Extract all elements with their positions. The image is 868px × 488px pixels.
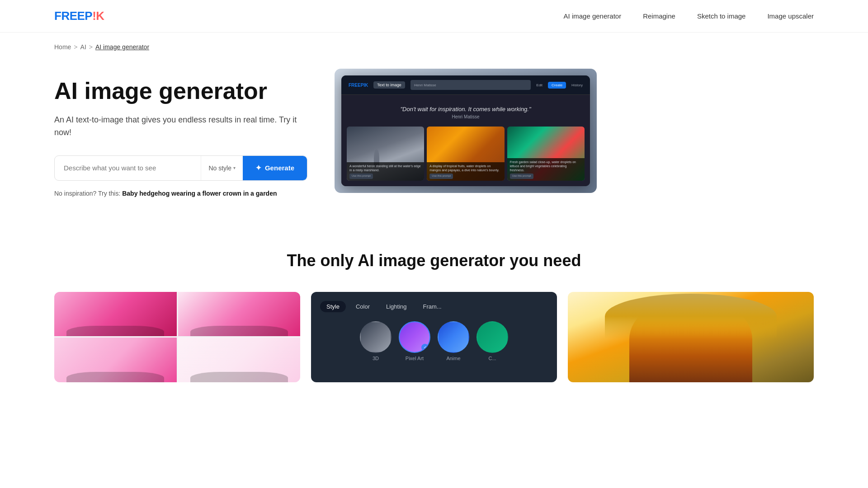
ss-quote-text: "Don't wait for inspiration. It comes wh…	[350, 106, 581, 113]
inspiration-prompt[interactable]: Baby hedgehog wearing a flower crown in …	[122, 190, 277, 197]
features-grid: Style Color Lighting Fram... 3D ✓ Pixel …	[54, 292, 814, 382]
use-prompt-1[interactable]: Use this prompt	[349, 174, 373, 179]
car-cell-3	[54, 338, 177, 382]
ss-card-fruits-label: A display of tropical fruits, water drop…	[427, 162, 504, 181]
check-icon: ✓	[421, 344, 429, 351]
ss-toolbar: FREEPIK Text to image Henri Matisse Edit…	[341, 75, 590, 95]
screenshot-frame: FREEPIK Text to image Henri Matisse Edit…	[341, 75, 590, 186]
breadcrumb-sep2: >	[89, 43, 93, 51]
nav-sketch-to-image[interactable]: Sketch to image	[697, 12, 746, 20]
car-cell-4	[178, 338, 301, 382]
search-bar: No style ▾ ✦ Generate	[54, 155, 307, 181]
avatar-3d-circle[interactable]	[360, 321, 392, 353]
hero-subtitle: An AI text-to-image that gives you endle…	[54, 114, 307, 139]
feature-card-portrait	[568, 292, 814, 382]
ss-create-btn[interactable]: Create	[548, 82, 566, 89]
breadcrumb-ai[interactable]: AI	[80, 43, 86, 51]
nav-reimagine[interactable]: Reimagine	[643, 12, 675, 20]
hero-section: AI image generator An AI text-to-image t…	[0, 51, 868, 224]
search-input[interactable]	[55, 164, 201, 172]
features-section: The only AI image generator you need Sty…	[0, 251, 868, 409]
style-label: No style	[208, 164, 231, 172]
style-tabs: Style Color Lighting Fram...	[320, 301, 448, 312]
sparkle-icon: ✦	[255, 164, 261, 172]
generate-button[interactable]: ✦ Generate	[243, 156, 307, 180]
ss-history: History	[571, 83, 583, 87]
avatar-3d: 3D	[360, 321, 392, 361]
ss-edit: Edit	[536, 83, 542, 87]
style-tab-color[interactable]: Color	[349, 301, 376, 312]
inspiration-text: No inspiration? Try this: Baby hedgehog …	[54, 190, 307, 197]
nav-ai-image-generator[interactable]: AI image generator	[564, 12, 622, 20]
ss-search: Henri Matisse	[410, 80, 531, 90]
ss-logo: FREEPIK	[349, 83, 368, 88]
ss-search-text: Henri Matisse	[414, 83, 436, 87]
car-cell-1	[54, 292, 177, 337]
chevron-down-icon: ▾	[233, 165, 236, 170]
page-title: AI image generator	[54, 78, 307, 105]
car-shape-4	[190, 372, 288, 382]
ss-quote-author: Henri Matisse	[350, 114, 581, 119]
style-avatars: 3D ✓ Pixel Art Anime C...	[320, 321, 548, 361]
car-shape-1	[66, 326, 164, 336]
main-nav: AI image generator Reimagine Sketch to i…	[564, 12, 814, 20]
style-dropdown[interactable]: No style ▾	[201, 156, 243, 180]
header: FREEP!K AI image generator Reimagine Ske…	[0, 0, 868, 33]
avatar-extra-circle[interactable]	[476, 321, 508, 353]
avatar-3d-label: 3D	[373, 356, 379, 361]
avatar-pixel-label: Pixel Art	[406, 356, 424, 361]
avatar-anime-label: Anime	[446, 356, 460, 361]
car-cell-2	[178, 292, 301, 337]
avatar-extra-label: C...	[488, 356, 496, 361]
ss-tab-text: Text to image	[373, 81, 405, 89]
breadcrumb-home[interactable]: Home	[54, 43, 71, 51]
avatar-pixel-art: ✓ Pixel Art	[399, 321, 430, 361]
generate-label: Generate	[265, 164, 294, 172]
portrait-hair	[605, 294, 777, 339]
logo[interactable]: FREEP!K	[54, 9, 104, 23]
hero-left: AI image generator An AI text-to-image t…	[54, 69, 307, 197]
ss-card-salad-label: Fresh garden salad close-up, water dropl…	[507, 158, 585, 181]
ss-quote: "Don't wait for inspiration. It comes wh…	[341, 95, 590, 127]
style-tab-style[interactable]: Style	[320, 301, 346, 312]
feature-card-style: Style Color Lighting Fram... 3D ✓ Pixel …	[311, 292, 557, 382]
feature-card-cars	[54, 292, 300, 382]
avatar-anime: Anime	[438, 321, 469, 361]
breadcrumb-sep1: >	[74, 43, 77, 51]
ss-card-heron-label: A wonderful heron standing still at the …	[347, 162, 424, 181]
use-prompt-2[interactable]: Use this prompt	[429, 174, 453, 179]
nav-image-upscaler[interactable]: Image upscaler	[767, 12, 814, 20]
ss-card-salad: Fresh garden salad close-up, water dropl…	[507, 127, 585, 181]
car-shape-2	[190, 326, 288, 336]
hero-right: FREEPIK Text to image Henri Matisse Edit…	[335, 69, 597, 193]
breadcrumb: Home > AI > AI image generator	[0, 33, 868, 51]
avatar-extra: C...	[476, 321, 508, 361]
ss-card-heron: A wonderful heron standing still at the …	[347, 127, 424, 181]
avatar-anime-circle[interactable]	[438, 321, 469, 353]
features-title: The only AI image generator you need	[54, 251, 814, 270]
avatar-pixel-circle[interactable]: ✓	[399, 321, 430, 353]
section-divider	[0, 224, 868, 251]
style-tab-frame[interactable]: Fram...	[417, 301, 448, 312]
style-tab-lighting[interactable]: Lighting	[380, 301, 413, 312]
car-shape-3	[66, 372, 164, 382]
use-prompt-3[interactable]: Use this prompt	[510, 174, 533, 179]
ss-image-grid: A wonderful heron standing still at the …	[341, 127, 590, 186]
breadcrumb-current: AI image generator	[95, 43, 149, 51]
screenshot-wrapper: FREEPIK Text to image Henri Matisse Edit…	[335, 69, 597, 193]
ss-card-fruits: A display of tropical fruits, water drop…	[427, 127, 504, 181]
